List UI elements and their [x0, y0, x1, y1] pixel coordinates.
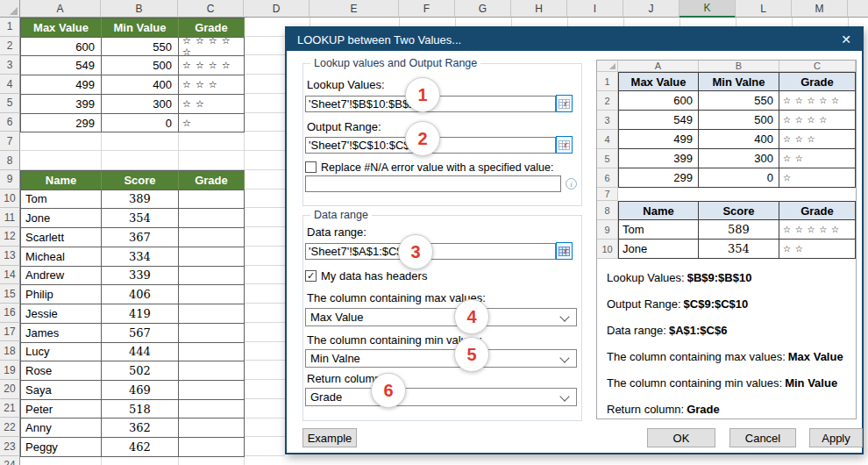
row-header[interactable]: 24 — [0, 456, 20, 465]
row-header[interactable]: 11 — [0, 208, 20, 227]
name-cell[interactable]: Micheal — [21, 247, 102, 267]
header-cell-grade2[interactable]: Grade — [179, 171, 245, 190]
name-cell[interactable]: Jessie — [21, 304, 102, 324]
grade-stars-cell[interactable]: ☆ ☆ ☆ — [179, 75, 245, 95]
score-cell[interactable]: 518 — [102, 400, 179, 419]
grade-empty-cell[interactable] — [179, 381, 245, 400]
column-header[interactable]: M — [792, 0, 848, 18]
min-value-cell[interactable]: 500 — [102, 56, 179, 75]
grade-empty-cell[interactable] — [179, 343, 245, 362]
score-cell[interactable]: 389 — [102, 190, 179, 210]
grade-empty-cell[interactable] — [179, 267, 245, 286]
row-header[interactable]: 23 — [0, 437, 20, 456]
sheet-grid-top-strip[interactable] — [286, 18, 868, 26]
max-value-cell[interactable]: 600 — [21, 38, 102, 57]
name-cell[interactable]: Jone — [21, 209, 102, 228]
row-header[interactable]: 3 — [0, 55, 20, 75]
header-cell-grade[interactable]: Grade — [179, 18, 245, 38]
name-cell[interactable]: Scarlett — [21, 228, 102, 247]
has-headers-checkbox[interactable]: ✓ — [305, 270, 317, 282]
column-header[interactable]: C — [178, 0, 244, 18]
row-header[interactable]: 21 — [0, 399, 20, 418]
score-cell[interactable]: 334 — [102, 247, 179, 267]
grade-stars-cell[interactable]: ☆ ☆ ☆ ☆ ☆ — [179, 38, 245, 57]
row-header[interactable]: 5 — [0, 94, 20, 113]
row-header[interactable]: 9 — [0, 170, 20, 190]
score-cell[interactable]: 339 — [102, 267, 179, 286]
row-header[interactable]: 22 — [0, 418, 20, 437]
column-header[interactable]: A — [20, 0, 101, 18]
max-value-cell[interactable]: 399 — [21, 95, 102, 114]
min-value-cell[interactable]: 400 — [102, 75, 179, 95]
column-header[interactable]: D — [244, 0, 309, 18]
score-cell[interactable]: 567 — [102, 324, 179, 343]
grade-empty-cell[interactable] — [179, 247, 245, 267]
grade-empty-cell[interactable] — [179, 361, 245, 381]
min-value-cell[interactable]: 550 — [102, 38, 179, 57]
column-header[interactable]: J — [623, 0, 679, 18]
name-cell[interactable]: Philip — [21, 285, 102, 304]
name-cell[interactable]: Tom — [21, 190, 102, 210]
dialog-titlebar[interactable]: LOOKUP between Two Values... ✕ — [287, 28, 862, 51]
row-header[interactable]: 19 — [0, 361, 20, 380]
row-header[interactable]: 15 — [0, 284, 20, 304]
cancel-button[interactable]: Cancel — [729, 428, 796, 447]
min-value-cell[interactable]: 300 — [102, 95, 179, 114]
column-header[interactable]: L — [736, 0, 792, 18]
min-value-cell[interactable]: 0 — [102, 114, 179, 133]
min-column-dropdown[interactable]: Min Valne — [305, 349, 577, 368]
return-column-dropdown[interactable]: Grade — [305, 388, 577, 406]
header-cell-max-value[interactable]: Max Value — [21, 18, 102, 38]
grade-empty-cell[interactable] — [179, 418, 245, 438]
column-header[interactable] — [848, 0, 868, 18]
replace-value-input[interactable] — [305, 175, 561, 192]
column-header[interactable]: K — [679, 0, 736, 18]
max-value-cell[interactable]: 499 — [21, 75, 102, 95]
row-header[interactable]: 4 — [0, 75, 20, 94]
score-cell[interactable]: 362 — [102, 418, 179, 438]
grade-empty-cell[interactable] — [179, 324, 245, 343]
row-header[interactable]: 1 — [0, 18, 20, 37]
row-header[interactable]: 8 — [0, 151, 20, 170]
apply-button[interactable]: Apply — [809, 428, 863, 447]
header-cell-name[interactable]: Name — [21, 171, 102, 190]
row-header[interactable]: 6 — [0, 113, 20, 132]
column-header[interactable]: H — [511, 0, 567, 18]
max-column-dropdown[interactable]: Max Value — [305, 308, 577, 326]
range-picker-icon[interactable] — [556, 136, 573, 154]
score-cell[interactable]: 444 — [102, 343, 179, 362]
column-header[interactable]: E — [309, 0, 399, 18]
range-picker-icon[interactable] — [556, 95, 573, 112]
name-cell[interactable]: Lucy — [21, 343, 102, 362]
grade-empty-cell[interactable] — [179, 400, 245, 419]
column-header[interactable]: F — [399, 0, 455, 18]
grade-empty-cell[interactable] — [179, 209, 245, 228]
grade-empty-cell[interactable] — [179, 228, 245, 247]
info-icon[interactable]: i — [566, 178, 577, 190]
grade-empty-cell[interactable] — [179, 190, 245, 210]
row-header[interactable]: 10 — [0, 190, 20, 209]
score-cell[interactable]: 469 — [102, 381, 179, 400]
name-cell[interactable]: Anny — [21, 418, 102, 438]
example-button[interactable]: Example — [302, 428, 357, 447]
select-all-corner[interactable] — [0, 0, 20, 18]
row-header[interactable]: 7 — [0, 132, 20, 151]
row-header[interactable]: 13 — [0, 247, 20, 266]
grade-stars-cell[interactable]: ☆ ☆ ☆ ☆ — [179, 56, 245, 75]
score-cell[interactable]: 406 — [102, 285, 179, 304]
name-cell[interactable]: Rose — [21, 361, 102, 381]
row-header[interactable]: 17 — [0, 323, 20, 342]
grade-empty-cell[interactable] — [179, 438, 245, 457]
score-cell[interactable]: 354 — [102, 209, 179, 228]
row-header[interactable]: 18 — [0, 341, 20, 361]
range-picker-icon[interactable] — [556, 242, 573, 260]
header-cell-min-value[interactable]: Min Value — [102, 18, 179, 38]
header-cell-score[interactable]: Score — [102, 171, 179, 190]
name-cell[interactable]: Andrew — [21, 267, 102, 286]
ok-button[interactable]: OK — [647, 428, 715, 447]
row-header[interactable]: 20 — [0, 380, 20, 399]
row-header[interactable]: 14 — [0, 266, 20, 285]
name-cell[interactable]: Peggy — [21, 438, 102, 457]
row-header[interactable]: 2 — [0, 37, 20, 56]
score-cell[interactable]: 419 — [102, 304, 179, 324]
